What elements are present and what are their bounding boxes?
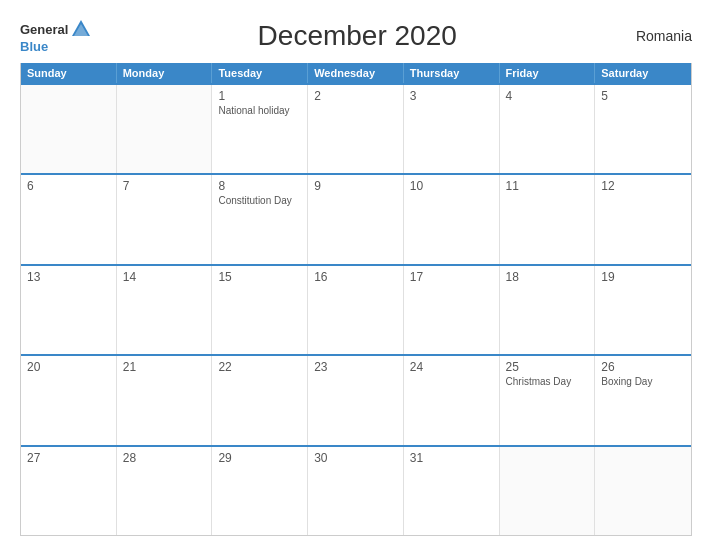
calendar-header-cell: Thursday [404,63,500,83]
calendar-body: 1National holiday2345678Constitution Day… [21,83,691,535]
day-number: 14 [123,270,206,284]
day-number: 5 [601,89,685,103]
logo-blue: Blue [20,40,48,53]
calendar-cell: 2 [308,85,404,173]
calendar-cell: 29 [212,447,308,535]
day-number: 17 [410,270,493,284]
day-number: 1 [218,89,301,103]
day-number: 8 [218,179,301,193]
calendar-cell: 12 [595,175,691,263]
day-number: 12 [601,179,685,193]
day-number: 30 [314,451,397,465]
logo: General Blue [20,18,92,53]
day-number: 22 [218,360,301,374]
calendar-cell: 18 [500,266,596,354]
calendar-cell [595,447,691,535]
calendar-cell: 5 [595,85,691,173]
calendar-cell: 23 [308,356,404,444]
calendar-event: Constitution Day [218,195,301,206]
day-number: 16 [314,270,397,284]
calendar-cell: 4 [500,85,596,173]
calendar-cell: 16 [308,266,404,354]
calendar-cell [500,447,596,535]
day-number: 28 [123,451,206,465]
day-number: 13 [27,270,110,284]
calendar-cell: 19 [595,266,691,354]
calendar-cell: 14 [117,266,213,354]
day-number: 7 [123,179,206,193]
calendar-header-cell: Friday [500,63,596,83]
calendar-week: 202122232425Christmas Day26Boxing Day [21,354,691,444]
day-number: 19 [601,270,685,284]
calendar-cell: 28 [117,447,213,535]
calendar-week: 13141516171819 [21,264,691,354]
calendar-cell: 20 [21,356,117,444]
calendar-cell [117,85,213,173]
calendar-week: 1National holiday2345 [21,83,691,173]
calendar-header-cell: Monday [117,63,213,83]
calendar-header-cell: Wednesday [308,63,404,83]
day-number: 4 [506,89,589,103]
day-number: 11 [506,179,589,193]
calendar-cell: 10 [404,175,500,263]
calendar-header-cell: Tuesday [212,63,308,83]
day-number: 20 [27,360,110,374]
calendar-cell: 31 [404,447,500,535]
calendar-cell: 13 [21,266,117,354]
calendar: SundayMondayTuesdayWednesdayThursdayFrid… [20,63,692,536]
calendar-cell: 25Christmas Day [500,356,596,444]
calendar-event: Boxing Day [601,376,685,387]
day-number: 23 [314,360,397,374]
calendar-cell: 17 [404,266,500,354]
day-number: 24 [410,360,493,374]
calendar-cell: 15 [212,266,308,354]
calendar-cell: 11 [500,175,596,263]
calendar-header-cell: Sunday [21,63,117,83]
logo-icon [70,18,92,40]
calendar-cell: 3 [404,85,500,173]
header: General Blue December 2020 Romania [20,18,692,53]
day-number: 18 [506,270,589,284]
day-number: 27 [27,451,110,465]
calendar-cell: 9 [308,175,404,263]
calendar-cell: 21 [117,356,213,444]
day-number: 10 [410,179,493,193]
calendar-event: Christmas Day [506,376,589,387]
day-number: 3 [410,89,493,103]
calendar-cell: 30 [308,447,404,535]
day-number: 9 [314,179,397,193]
day-number: 6 [27,179,110,193]
calendar-cell: 27 [21,447,117,535]
day-number: 21 [123,360,206,374]
calendar-cell: 8Constitution Day [212,175,308,263]
day-number: 29 [218,451,301,465]
calendar-header-cell: Saturday [595,63,691,83]
day-number: 15 [218,270,301,284]
calendar-cell [21,85,117,173]
calendar-week: 2728293031 [21,445,691,535]
day-number: 2 [314,89,397,103]
page: General Blue December 2020 Romania Sunda… [0,0,712,550]
logo-general: General [20,23,68,36]
calendar-header: SundayMondayTuesdayWednesdayThursdayFrid… [21,63,691,83]
page-title: December 2020 [92,20,622,52]
day-number: 25 [506,360,589,374]
calendar-cell: 26Boxing Day [595,356,691,444]
calendar-week: 678Constitution Day9101112 [21,173,691,263]
calendar-event: National holiday [218,105,301,116]
day-number: 26 [601,360,685,374]
calendar-cell: 22 [212,356,308,444]
day-number: 31 [410,451,493,465]
calendar-cell: 6 [21,175,117,263]
calendar-cell: 1National holiday [212,85,308,173]
calendar-cell: 24 [404,356,500,444]
calendar-cell: 7 [117,175,213,263]
country-label: Romania [622,28,692,44]
